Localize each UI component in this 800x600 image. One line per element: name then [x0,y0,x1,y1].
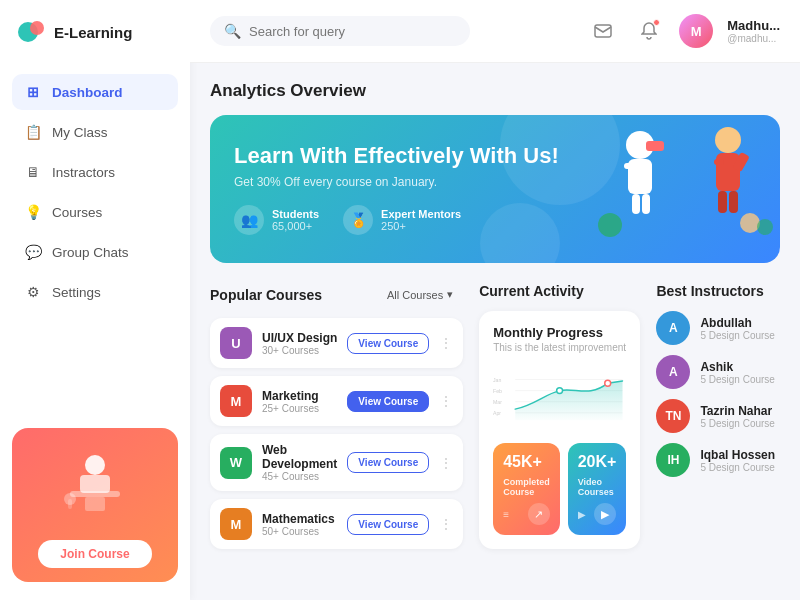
avatar[interactable]: M [679,14,713,48]
course-icon: U [220,327,252,359]
mentors-icon: 🏅 [343,205,373,235]
course-icon: W [220,447,252,479]
course-name: Web Development [262,443,337,471]
chart-svg: Jan Feb Mar Apr [493,363,626,433]
course-icon: M [220,385,252,417]
view-course-button[interactable]: View Course [347,333,429,354]
more-options-icon[interactable]: ⋮ [439,393,453,409]
user-info: Madhu... @madhu... [727,18,780,44]
course-info: UI/UX Design 30+ Courses [262,331,337,356]
instructor-course: 5 Design Course [700,374,774,385]
svg-rect-3 [80,475,110,493]
user-name: Madhu... [727,18,780,33]
notification-icon[interactable] [633,15,665,47]
video-courses-card: 20K+ Video Courses ▶ ▶ [568,443,627,535]
course-count: 45+ Courses [262,471,337,482]
course-name: UI/UX Design [262,331,337,345]
dashboard-icon: ⊞ [24,83,42,101]
sidebar-item-label: Dashboard [52,85,123,100]
instructor-info: Abdullah 5 Design Course [700,316,774,341]
sidebar-item-label: Settings [52,285,101,300]
chart-subtitle: This is the latest improvement [493,342,626,353]
svg-point-34 [605,380,611,386]
activity-header: Current Activity [479,283,640,299]
video-icons: ▶ ▶ [578,503,617,525]
sidebar-item-courses[interactable]: 💡 Courses [12,194,178,230]
students-icon: 👥 [234,205,264,235]
svg-rect-8 [595,25,611,37]
instructor-name: Tazrin Nahar [700,404,774,418]
join-course-button[interactable]: Join Course [38,540,151,568]
best-instructors-section: Best Instructors A Abdullah 5 Design Cou… [656,283,780,557]
instructors-header: Best Instructors [656,283,780,299]
popular-courses-section: Popular Courses All Courses ▾ U UI/UX De… [210,283,463,557]
main-content: Analytics Overview Learn With Effectivel… [190,63,800,600]
course-info: Mathematics 50+ Courses [262,512,337,537]
analytics-title: Analytics Overview [210,81,780,101]
completed-courses-card: 45K+ Completed Course ≡ ↗ [493,443,560,535]
view-course-button[interactable]: View Course [347,514,429,535]
promo-illustration [26,442,164,532]
instructor-avatar: IH [656,443,690,477]
sidebar-item-instructors[interactable]: 🖥 Instractors [12,154,178,190]
svg-point-24 [757,219,773,235]
sidebar: E-Learning ⊞ Dashboard 📋 My Class 🖥 Inst… [0,0,190,600]
instructor-course: 5 Design Course [700,418,774,429]
more-options-icon[interactable]: ⋮ [439,335,453,351]
completed-icons: ≡ ↗ [503,503,550,525]
search-input[interactable] [249,24,456,39]
instructor-avatar: TN [656,399,690,433]
course-info: Marketing 25+ Courses [262,389,337,414]
instructor-info: Tazrin Nahar 5 Design Course [700,404,774,429]
instructor-info: Iqbal Hossen 5 Design Course [700,448,775,473]
students-info: Students 65,000+ [272,208,319,232]
current-activity-section: Current Activity Monthly Progress This i… [479,283,640,557]
instructors-list: A Abdullah 5 Design Course A Ashik 5 Des… [656,311,780,477]
video-value: 20K+ [578,453,617,471]
instructor-avatar: A [656,311,690,345]
course-name: Mathematics [262,512,337,526]
mentors-value: 250+ [381,220,461,232]
banner-subtitle: Get 30% Off every course on January. [234,175,756,189]
students-label: Students [272,208,319,220]
course-item: M Marketing 25+ Courses View Course ⋮ [210,376,463,426]
courses-filter[interactable]: All Courses ▾ [377,283,463,306]
arrow-icon[interactable]: ↗ [528,503,550,525]
view-course-button[interactable]: View Course [347,452,429,473]
mail-icon[interactable] [587,15,619,47]
banner-stats: 👥 Students 65,000+ 🏅 Expert Mentors 250+ [234,205,756,235]
bottom-grid: Popular Courses All Courses ▾ U UI/UX De… [210,283,780,557]
chart-title: Monthly Progress [493,325,626,340]
svg-point-2 [85,455,105,475]
course-count: 30+ Courses [262,345,337,356]
course-item: W Web Development 45+ Courses View Cours… [210,434,463,491]
groupchats-icon: 💬 [24,243,42,261]
view-course-button[interactable]: View Course [347,391,429,412]
activity-title: Current Activity [479,283,584,299]
nav-menu: ⊞ Dashboard 📋 My Class 🖥 Instractors 💡 C… [12,74,178,314]
more-options-icon[interactable]: ⋮ [439,516,453,532]
play-btn[interactable]: ▶ [594,503,616,525]
sidebar-item-settings[interactable]: ⚙ Settings [12,274,178,310]
instructor-info: Ashik 5 Design Course [700,360,774,385]
course-item: U UI/UX Design 30+ Courses View Course ⋮ [210,318,463,368]
instructors-icon: 🖥 [24,163,42,181]
svg-rect-7 [68,499,72,509]
activity-card: Monthly Progress This is the latest impr… [479,311,640,549]
svg-point-33 [557,388,563,394]
completed-label: Completed Course [503,477,550,497]
course-info: Web Development 45+ Courses [262,443,337,482]
illustration-svg [55,447,135,527]
search-bar[interactable]: 🔍 [210,16,470,46]
instructor-avatar: A [656,355,690,389]
sidebar-item-groupchats[interactable]: 💬 Group Chats [12,234,178,270]
instructors-title: Best Instructors [656,283,763,299]
video-label: Video Courses [578,477,617,497]
more-options-icon[interactable]: ⋮ [439,455,453,471]
sidebar-item-dashboard[interactable]: ⊞ Dashboard [12,74,178,110]
instructor-item: IH Iqbal Hossen 5 Design Course [656,443,780,477]
course-name: Marketing [262,389,337,403]
sidebar-item-label: Group Chats [52,245,129,260]
sidebar-item-myclass[interactable]: 📋 My Class [12,114,178,150]
instructor-name: Ashik [700,360,774,374]
